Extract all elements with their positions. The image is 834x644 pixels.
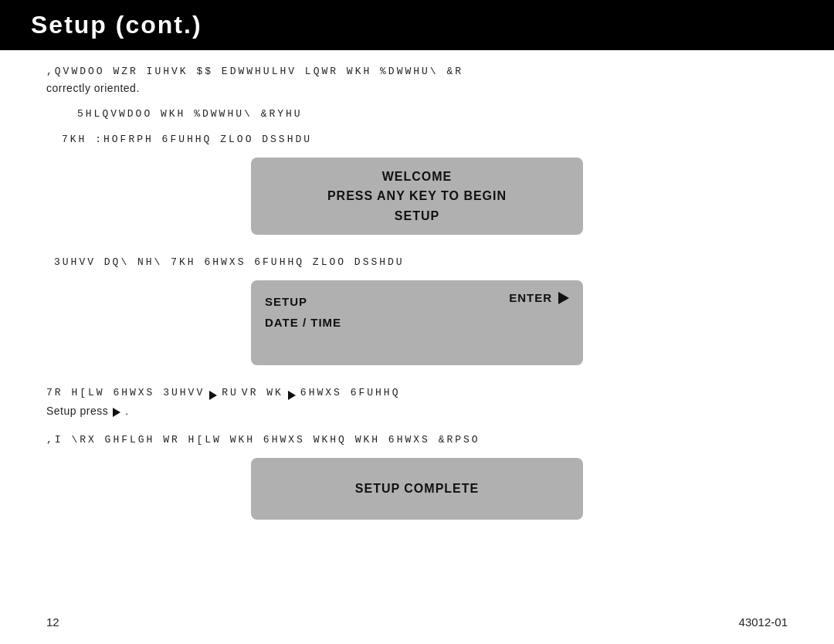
encoded-text-2: 5HLQVWDOO WKH %DWWHU\ &RYHU xyxy=(46,108,788,120)
encoded-text-5a: 7R H[LW 6HWXS 3UHVV xyxy=(46,387,205,398)
welcome-line-3: SETUP xyxy=(327,206,507,226)
encoded-text-3: 7KH :HOFRPH 6FUHHQ ZLOO DSSHDU xyxy=(46,134,788,145)
doc-number: 43012-01 xyxy=(739,615,788,629)
encoded-text-4: 3UHVV DQ\ NH\ 7KH 6HWXS 6FUHHQ ZLOO DSSH… xyxy=(46,256,788,268)
setup-datetime-box: SETUP DATE / TIME ENTER xyxy=(251,280,583,365)
setup-complete-box: SETUP COMPLETE xyxy=(251,458,583,520)
encoded-text-5c: VR WK xyxy=(242,387,283,398)
footer: 12 43012-01 xyxy=(0,615,834,629)
text-setup-press: Setup press xyxy=(46,405,108,417)
section-reinstall: 5HLQVWDOO WKH %DWWHU\ &RYHU xyxy=(46,108,788,120)
enter-label-text: ENTER xyxy=(509,291,552,304)
section-install: ,QVWDOO WZR IUHVK $$ EDWWHULHV LQWR WKH … xyxy=(46,66,788,94)
page-title: Setup (cont.) xyxy=(31,11,202,39)
page-number: 12 xyxy=(46,615,59,629)
encoded-text-1: ,QVWDOO WZR IUHVK $$ EDWWHULHV LQWR WKH … xyxy=(46,66,788,77)
encoded-text-5d: 6HWXS 6FUHHQ xyxy=(300,387,401,398)
text-correctly-oriented: correctly oriented. xyxy=(46,82,788,94)
text-period: . xyxy=(125,405,128,417)
section-exit-setup: 7R H[LW 6HWXS 3UHVV RU VR WK 6HWXS 6FUHH… xyxy=(46,387,788,420)
encoded-text-5b: RU xyxy=(222,387,239,398)
section-setup-screen: 3UHVV DQ\ NH\ 7KH 6HWXS 6FUHHQ ZLOO DSSH… xyxy=(46,256,788,373)
encoded-text-6: ,I \RX GHFLGH WR H[LW WKH 6HWXS WKHQ WKH… xyxy=(46,434,788,446)
enter-arrow-icon xyxy=(558,292,569,304)
header-bar: Setup (cont.) xyxy=(0,0,834,50)
inline-arrow-3 xyxy=(113,408,120,417)
inline-arrow-1 xyxy=(209,391,217,400)
welcome-screen-box: WELCOME PRESS ANY KEY TO BEGIN SETUP xyxy=(251,158,583,235)
welcome-line-1: WELCOME xyxy=(327,167,507,187)
setup-label-2: DATE / TIME xyxy=(265,312,341,333)
setup-label-1: SETUP xyxy=(265,291,341,312)
section-exit-complete: ,I \RX GHFLGH WR H[LW WKH 6HWXS WKHQ WKH… xyxy=(46,434,788,527)
setup-complete-label: SETUP COMPLETE xyxy=(355,482,479,495)
welcome-line-2: PRESS ANY KEY TO BEGIN xyxy=(327,186,507,206)
section-welcome-screen: 7KH :HOFRPH 6FUHHQ ZLOO DSSHDU WELCOME P… xyxy=(46,134,788,242)
inline-arrow-2 xyxy=(288,391,296,400)
